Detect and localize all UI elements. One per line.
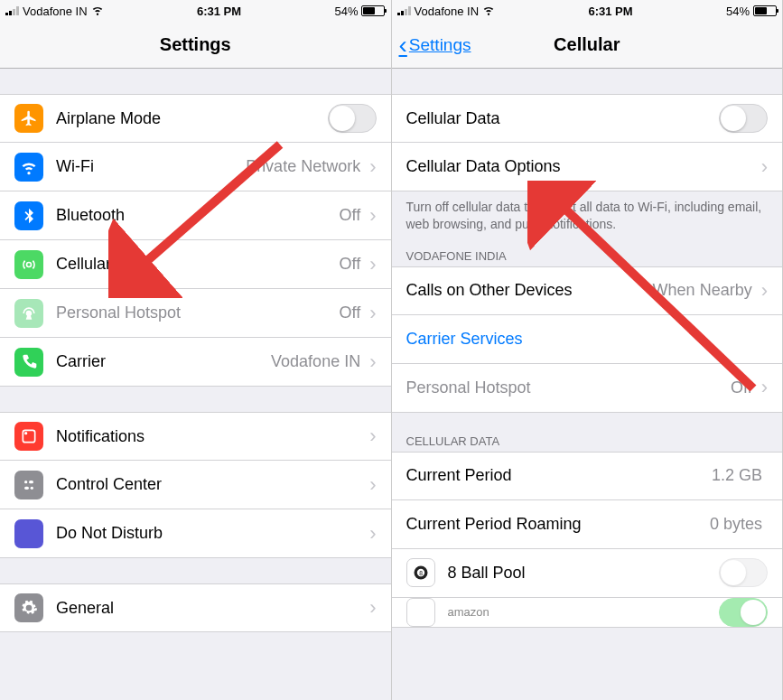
row-label: Calls on Other Devices	[406, 281, 653, 300]
page-title: Cellular	[554, 34, 620, 55]
row-label: 8 Ball Pool	[448, 564, 720, 583]
row-label: Airplane Mode	[56, 109, 328, 128]
settings-screen: Vodafone IN 6:31 PM 54% Settings Airplan…	[0, 0, 392, 700]
row-value: Off	[339, 206, 360, 225]
app-icon	[406, 598, 435, 627]
gear-icon	[14, 593, 43, 622]
row-label: Cellular Data Options	[406, 157, 758, 176]
notifications-icon	[14, 422, 43, 451]
row-carrier-services[interactable]: Carrier Services	[392, 315, 783, 364]
carrier-label: Vodafone IN	[415, 5, 480, 18]
svg-text:8: 8	[419, 570, 423, 576]
app-icon: 8	[406, 558, 435, 587]
svg-point-1	[24, 432, 27, 434]
row-label: Cellular Data	[406, 109, 720, 128]
row-label: Current Period	[406, 466, 712, 485]
row-value: When Nearby	[653, 281, 752, 300]
row-cellular-data-options[interactable]: Cellular Data Options ›	[392, 143, 783, 191]
battery-icon	[753, 5, 777, 16]
row-label: Carrier Services	[406, 330, 769, 349]
chevron-right-icon: ›	[369, 253, 376, 276]
row-label: amazon	[448, 605, 720, 619]
row-label: Notifications	[56, 427, 366, 446]
airplane-icon	[14, 104, 43, 133]
back-button[interactable]: ‹ Settings	[399, 33, 471, 58]
row-app-amazon[interactable]: amazon	[392, 598, 783, 628]
chevron-right-icon: ›	[369, 522, 376, 546]
row-dnd[interactable]: Do Not Disturb ›	[0, 509, 391, 558]
clock: 6:31 PM	[588, 5, 632, 18]
row-value: 1.2 GB	[712, 466, 762, 485]
svg-point-4	[31, 486, 33, 489]
back-label: Settings	[409, 35, 471, 55]
chevron-right-icon: ›	[369, 350, 376, 374]
row-app-8ball[interactable]: 8 8 Ball Pool	[392, 549, 783, 598]
row-value: Off	[731, 378, 752, 397]
row-value: Off	[339, 255, 360, 274]
row-calls-other-devices[interactable]: Calls on Other Devices When Nearby ›	[392, 266, 783, 315]
chevron-right-icon: ›	[761, 279, 768, 303]
airplane-toggle[interactable]	[328, 104, 377, 133]
cellular-icon	[14, 250, 43, 279]
nav-header: Settings	[0, 22, 391, 69]
control-center-icon	[14, 471, 43, 499]
row-label: Cellular	[56, 255, 339, 274]
hotspot-icon	[14, 299, 43, 328]
row-label: General	[56, 599, 366, 618]
row-label: Control Center	[56, 475, 366, 494]
chevron-left-icon: ‹	[399, 33, 407, 58]
row-value: Vodafone IN	[271, 352, 360, 371]
app-toggle[interactable]	[719, 598, 768, 627]
row-label: Bluetooth	[56, 206, 339, 225]
row-value: 0 bytes	[710, 515, 762, 534]
row-notifications[interactable]: Notifications ›	[0, 412, 391, 461]
row-airplane[interactable]: Airplane Mode	[0, 94, 391, 143]
row-wifi[interactable]: Wi-Fi Private Network ›	[0, 143, 391, 191]
row-label: Personal Hotspot	[56, 303, 339, 322]
section-header-carrier: VODAFONE INDIA	[392, 244, 783, 266]
wifi-icon	[91, 4, 104, 19]
row-bluetooth[interactable]: Bluetooth Off ›	[0, 191, 391, 240]
clock: 6:31 PM	[197, 5, 241, 18]
carrier-label: Vodafone IN	[23, 5, 88, 18]
cellular-screen: Vodafone IN 6:31 PM 54% ‹ Settings Cellu…	[392, 0, 784, 700]
moon-icon	[14, 519, 43, 548]
nav-header: ‹ Settings Cellular	[392, 22, 783, 69]
row-general[interactable]: General ›	[0, 583, 391, 632]
wifi-icon	[482, 4, 495, 19]
bluetooth-icon	[14, 201, 43, 230]
row-cellular-data[interactable]: Cellular Data	[392, 94, 783, 143]
app-toggle[interactable]	[719, 558, 768, 587]
battery-icon	[361, 5, 385, 16]
row-value: Off	[339, 303, 360, 322]
svg-rect-0	[23, 430, 34, 442]
battery-pct: 54%	[726, 5, 750, 18]
row-label: Do Not Disturb	[56, 524, 366, 543]
row-carrier[interactable]: Carrier Vodafone IN ›	[0, 338, 391, 387]
chevron-right-icon: ›	[369, 155, 376, 179]
row-control-center[interactable]: Control Center ›	[0, 461, 391, 509]
row-value: Private Network	[246, 157, 360, 176]
chevron-right-icon: ›	[369, 425, 376, 448]
phone-icon	[14, 348, 43, 377]
row-hotspot[interactable]: Personal Hotspot Off ›	[0, 289, 391, 338]
row-current-period[interactable]: Current Period 1.2 GB	[392, 452, 783, 500]
svg-point-2	[24, 481, 27, 483]
svg-rect-5	[24, 486, 29, 489]
status-bar: Vodafone IN 6:31 PM 54%	[392, 0, 783, 22]
row-personal-hotspot[interactable]: Personal Hotspot Off ›	[392, 364, 783, 413]
chevron-right-icon: ›	[761, 155, 768, 179]
row-current-period-roaming[interactable]: Current Period Roaming 0 bytes	[392, 500, 783, 549]
chevron-right-icon: ›	[369, 596, 376, 620]
row-cellular[interactable]: Cellular Off ›	[0, 240, 391, 289]
row-label: Wi-Fi	[56, 157, 246, 176]
section-note: Turn off cellular data to restrict all d…	[392, 191, 783, 244]
row-label: Carrier	[56, 352, 271, 371]
cellular-data-toggle[interactable]	[719, 104, 768, 133]
chevron-right-icon: ›	[369, 204, 376, 228]
status-bar: Vodafone IN 6:31 PM 54%	[0, 0, 391, 22]
svg-rect-3	[29, 481, 33, 483]
section-header-data: CELLULAR DATA	[392, 429, 783, 452]
signal-icon	[5, 6, 19, 15]
wifi-icon	[14, 153, 43, 182]
